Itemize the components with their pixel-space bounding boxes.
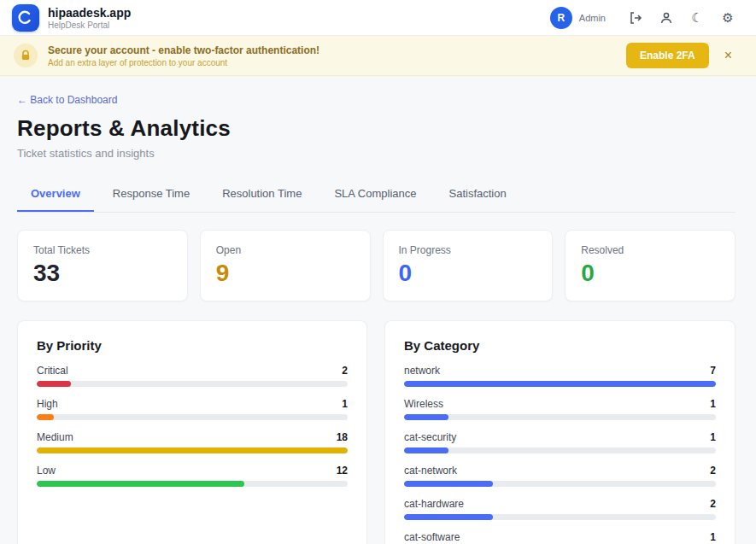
chart-row: cat-network2 bbox=[404, 465, 716, 487]
settings-gear-icon[interactable]: ⚙ bbox=[720, 10, 735, 26]
bar-fill bbox=[37, 447, 348, 453]
tab-satisfaction[interactable]: Satisfaction bbox=[436, 178, 520, 212]
stat-label: Total Tickets bbox=[33, 244, 172, 256]
stat-in-progress: In Progress 0 bbox=[383, 230, 554, 301]
bar-label: Critical bbox=[37, 365, 68, 377]
bar-value: 1 bbox=[710, 398, 716, 410]
bar-fill bbox=[404, 414, 448, 420]
bar-value: 2 bbox=[710, 498, 716, 510]
bar-track bbox=[404, 447, 716, 453]
main-content: ← Back to Dashboard Reports & Analytics … bbox=[0, 76, 756, 544]
bar-label: High bbox=[37, 398, 58, 410]
report-tabs: Overview Response Time Resolution Time S… bbox=[17, 178, 735, 213]
bar-label: Low bbox=[37, 465, 56, 477]
stat-value: 0 bbox=[399, 261, 537, 285]
chart-row: Critical2 bbox=[37, 365, 348, 387]
banner-title: Secure your account - enable two-factor … bbox=[48, 44, 616, 56]
stat-label: Resolved bbox=[581, 244, 719, 256]
page-title: Reports & Analytics bbox=[17, 115, 735, 142]
chart-row: Low12 bbox=[37, 465, 348, 487]
app-subtitle: HelpDesk Portal bbox=[48, 20, 131, 30]
bar-value: 1 bbox=[710, 531, 716, 543]
banner-subtitle: Add an extra layer of protection to your… bbox=[48, 58, 616, 67]
stat-resolved: Resolved 0 bbox=[565, 230, 735, 301]
stat-value: 9 bbox=[216, 261, 355, 285]
user-icon[interactable] bbox=[659, 10, 674, 26]
bar-track bbox=[37, 381, 348, 387]
dark-mode-icon[interactable]: ☾ bbox=[689, 10, 705, 26]
stat-value: 33 bbox=[33, 261, 172, 285]
stat-total-tickets: Total Tickets 33 bbox=[17, 230, 188, 301]
bar-label: network bbox=[404, 365, 440, 377]
chart-row: network7 bbox=[404, 365, 716, 387]
bar-value: 1 bbox=[342, 398, 348, 410]
bar-label: cat-software bbox=[404, 531, 460, 543]
lock-icon bbox=[14, 44, 38, 67]
stat-value: 0 bbox=[581, 261, 719, 285]
chart-row: cat-security1 bbox=[404, 431, 716, 453]
bar-track bbox=[404, 481, 716, 487]
chart-title: By Priority bbox=[37, 338, 348, 353]
banner-close-icon[interactable]: × bbox=[719, 46, 737, 65]
by-priority-chart: By Priority Critical2 High1 Medium18 Low… bbox=[17, 320, 367, 544]
tab-overview[interactable]: Overview bbox=[17, 178, 94, 212]
stat-label: In Progress bbox=[399, 244, 537, 256]
bar-label: cat-network bbox=[404, 465, 457, 477]
chart-section: By Priority Critical2 High1 Medium18 Low… bbox=[17, 320, 735, 544]
bar-track bbox=[404, 414, 716, 420]
bar-fill bbox=[404, 447, 448, 453]
bar-fill bbox=[37, 381, 71, 387]
bar-fill bbox=[404, 514, 493, 520]
bar-value: 12 bbox=[337, 465, 348, 477]
back-to-dashboard-link[interactable]: ← Back to Dashboard bbox=[17, 94, 117, 106]
chart-row: Wireless1 bbox=[404, 398, 716, 420]
tab-resolution-time[interactable]: Resolution Time bbox=[208, 178, 315, 212]
chart-row: cat-hardware2 bbox=[404, 498, 716, 520]
stat-label: Open bbox=[216, 244, 355, 256]
app-header: hipaadesk.app HelpDesk Portal R Admin ☾ … bbox=[0, 0, 756, 36]
user-role-label: Admin bbox=[579, 13, 606, 23]
chart-title: By Category bbox=[404, 338, 716, 353]
bar-track bbox=[404, 381, 716, 387]
tab-response-time[interactable]: Response Time bbox=[99, 178, 203, 212]
chart-row: Medium18 bbox=[37, 431, 348, 453]
user-menu[interactable]: R Admin bbox=[550, 7, 606, 29]
brand: hipaadesk.app HelpDesk Portal bbox=[12, 4, 131, 32]
app-logo-icon bbox=[12, 4, 39, 32]
stat-cards: Total Tickets 33 Open 9 In Progress 0 Re… bbox=[17, 230, 735, 301]
bar-value: 1 bbox=[710, 431, 716, 443]
enable-2fa-button[interactable]: Enable 2FA bbox=[626, 43, 709, 68]
stat-open: Open 9 bbox=[200, 230, 371, 301]
app-name: hipaadesk.app bbox=[48, 6, 131, 20]
bar-fill bbox=[37, 481, 244, 487]
bar-label: cat-hardware bbox=[404, 498, 464, 510]
bar-track bbox=[37, 481, 348, 487]
bar-label: cat-security bbox=[404, 431, 456, 443]
bar-value: 18 bbox=[337, 431, 348, 443]
bar-track bbox=[37, 447, 348, 453]
chart-row: cat-software1 bbox=[404, 531, 716, 544]
logout-icon[interactable] bbox=[628, 10, 643, 26]
by-category-chart: By Category network7 Wireless1 cat-secur… bbox=[384, 320, 735, 544]
bar-track bbox=[37, 414, 348, 420]
avatar[interactable]: R bbox=[550, 7, 572, 29]
bar-fill bbox=[404, 381, 716, 387]
bar-value: 7 bbox=[710, 365, 716, 377]
chart-row: High1 bbox=[37, 398, 348, 420]
bar-value: 2 bbox=[710, 465, 716, 477]
bar-fill bbox=[404, 481, 493, 487]
bar-track bbox=[404, 514, 716, 520]
bar-fill bbox=[37, 414, 54, 420]
bar-label: Wireless bbox=[404, 398, 443, 410]
tab-sla-compliance[interactable]: SLA Compliance bbox=[320, 178, 430, 212]
page-subtitle: Ticket statistics and insights bbox=[17, 147, 735, 160]
header-actions: R Admin ☾ ⚙ bbox=[550, 7, 735, 29]
two-factor-banner: Secure your account - enable two-factor … bbox=[0, 36, 756, 76]
bar-value: 2 bbox=[342, 365, 348, 377]
bar-label: Medium bbox=[37, 431, 73, 443]
